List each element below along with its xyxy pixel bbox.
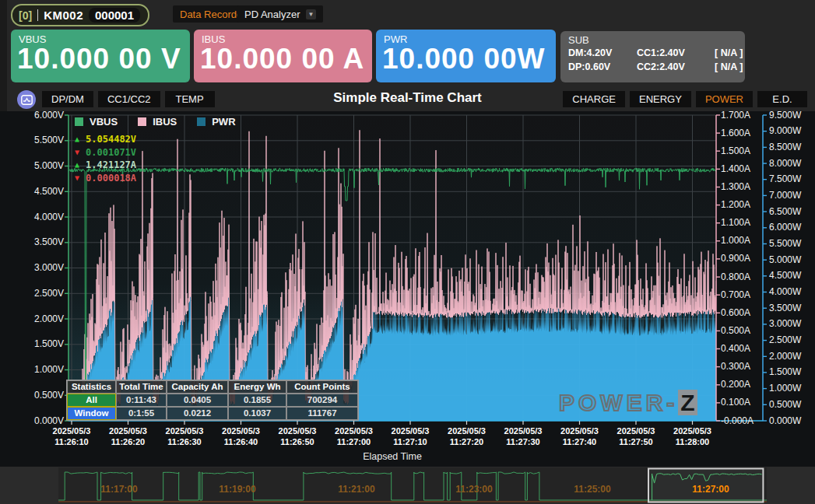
tab-power[interactable]: POWER: [696, 91, 753, 107]
axis-tick-label: 0.200A: [721, 379, 750, 390]
axis-tick-label: 1.500V: [2, 338, 64, 350]
device-serial: 000001: [89, 8, 140, 23]
axis-tick-label: -0.000A: [721, 415, 754, 427]
tab-ed[interactable]: E.D.: [757, 91, 807, 107]
vbus-value: 10.000 00 V: [11, 45, 190, 73]
legend-item-vbus[interactable]: VBUS: [75, 116, 118, 128]
stats-value-cell: 0:1:55: [116, 407, 167, 420]
axis-tick-label: 6.000W: [769, 222, 801, 233]
cc1-status: [ N/A ]: [715, 46, 755, 60]
x-tick-label: 2025/05/311:26:10: [39, 425, 104, 447]
legend-label: PWR: [212, 116, 235, 128]
cc2-voltage: CC2:2.40V: [637, 60, 715, 74]
x-tick-label: 2025/05/311:26:40: [209, 425, 274, 447]
navigator-time-label: 11:17:00: [84, 484, 154, 495]
x-tick-label: 2025/05/311:27:20: [434, 425, 500, 447]
stat-annotation-value: 0.001071V: [86, 146, 136, 159]
vbus-display: VBUS 10.000 00 V: [11, 30, 190, 82]
stats-value-cell: 0.1037: [228, 407, 286, 420]
axis-tick-label: 5.500V: [2, 135, 64, 146]
axis-tick-label: 4.500W: [769, 270, 801, 282]
pwr-value: 10.000 00W: [376, 45, 556, 73]
pwr-label: PWR: [376, 30, 556, 45]
stat-annotation: ▲5.054482V: [75, 133, 136, 146]
x-tick-label: 2025/05/311:26:50: [265, 425, 330, 447]
tab-charge[interactable]: CHARGE: [563, 91, 625, 107]
axis-tick-label: 6.000V: [2, 110, 64, 121]
axis-tick-label: 1.100A: [721, 217, 750, 229]
axis-tick-label: 3.000W: [769, 318, 801, 330]
stats-header-cell: Total Time: [116, 380, 167, 394]
axis-tick-label: 0.900A: [721, 253, 750, 264]
axis-tick-label: 8.000W: [769, 158, 801, 170]
stat-annotation: ▲1.421127A: [75, 159, 136, 172]
dp-voltage: DP:0.60V: [568, 60, 637, 74]
axis-tick-label: 2.500V: [2, 288, 64, 299]
metric-cards-row: VBUS 10.000 00 V IBUS 10.000 00 A PWR 10…: [0, 30, 815, 84]
pwr-display: PWR 10.000 00W: [376, 30, 556, 82]
axis-tick-label: 2.000W: [769, 351, 801, 362]
navigator-time-label: 11:27:00: [676, 484, 746, 495]
axis-tick-label: 1.300A: [721, 181, 750, 193]
axis-tick-label: 1.600A: [721, 128, 750, 139]
x-tick-label: 2025/05/311:27:40: [547, 425, 613, 447]
axis-tick-label: 8.500W: [769, 142, 801, 153]
stats-header-cell: Count Points: [286, 380, 358, 394]
navigator-time-label: 11:25:00: [557, 484, 627, 495]
axis-tick-label: 9.500W: [769, 110, 801, 121]
axis-tick-label: 1.500A: [721, 145, 750, 157]
stats-value-cell: 0:11:43: [116, 394, 167, 407]
axis-tick-label: 0.700A: [721, 289, 750, 301]
axis-tick-label: 1.200A: [721, 199, 750, 211]
navigator-chart[interactable]: [58, 467, 767, 504]
pd-analyzer-label: PD Analyzer: [244, 9, 300, 20]
badge-divider-icon: [37, 9, 38, 21]
legend-item-pwr[interactable]: PWR: [197, 116, 235, 128]
cc2-status: [ N/A ]: [715, 60, 755, 74]
legend-label: IBUS: [153, 116, 177, 128]
power-z-app: [0] KM002 000001 Data Recorder PD Analyz…: [0, 0, 815, 504]
axis-tick-label: 1.000A: [721, 235, 750, 247]
stats-value-cell: 0.0212: [167, 407, 228, 420]
chart-region: 6.000V5.500V5.000V4.500V4.000V3.500V3.00…: [0, 111, 815, 467]
legend-swatch-icon: [197, 117, 206, 126]
triangle-down-icon: ▼: [75, 146, 79, 159]
stat-annotation-value: 1.421127A: [86, 159, 136, 172]
ibus-display: IBUS 10.000 00 A: [194, 30, 372, 82]
axis-tick-label: 0.000W: [769, 415, 801, 427]
axis-tick-label: 1.400A: [721, 163, 750, 175]
navigator-panel: 11:17:0011:19:0011:21:0011:23:0011:25:00…: [0, 467, 815, 504]
cc1-voltage: CC1:2.40V: [637, 46, 715, 60]
device-model: KM002: [44, 9, 83, 22]
triangle-up-icon: ▲: [75, 159, 79, 172]
axis-tick-label: 3.000V: [2, 262, 64, 274]
ibus-value: 10.000 00 A: [194, 45, 372, 73]
min-max-annotations: ▲5.054482V▼0.001071V▲1.421127A▼0.000018A: [75, 133, 136, 184]
stats-row-label[interactable]: Window: [67, 407, 116, 420]
x-axis-title: Elapsed Time: [69, 451, 716, 462]
chart-legend: VBUSIBUSPWR: [75, 116, 236, 128]
statistics-table: StatisticsTotal TimeCapacity AhEnergy Wh…: [66, 380, 359, 421]
axis-tick-label: 0.400A: [721, 343, 750, 355]
stats-row-label[interactable]: All: [67, 394, 116, 407]
axis-tick-label: 0.100A: [721, 397, 750, 408]
axis-tick-label: 9.000W: [769, 125, 801, 137]
axis-tick-label: 4.000W: [769, 286, 801, 298]
device-badge[interactable]: [0] KM002 000001: [11, 4, 149, 26]
power-z-watermark: POWER-Z: [559, 390, 697, 416]
pd-analyzer-dropdown[interactable]: PD Analyzer ▼: [237, 5, 323, 23]
axis-tick-label: 0.500W: [769, 399, 801, 411]
stat-annotation: ▼0.001071V: [75, 146, 136, 159]
axis-tick-label: 2.500W: [769, 334, 801, 346]
axis-tick-label: 5.000V: [2, 160, 64, 172]
stats-value-cell: 0.0405: [167, 394, 228, 407]
axis-tick-label: 0.600A: [721, 307, 750, 319]
tab-energy[interactable]: ENERGY: [630, 91, 691, 107]
legend-item-ibus[interactable]: IBUS: [138, 116, 177, 128]
axis-tick-label: 0.500V: [2, 390, 64, 401]
axis-tick-label: 3.500W: [769, 303, 801, 314]
axis-tick-label: 4.500V: [2, 186, 64, 198]
dropdown-caret-icon: ▼: [306, 9, 317, 19]
legend-swatch-icon: [75, 117, 83, 126]
stats-value-cell: 111767: [286, 407, 358, 420]
